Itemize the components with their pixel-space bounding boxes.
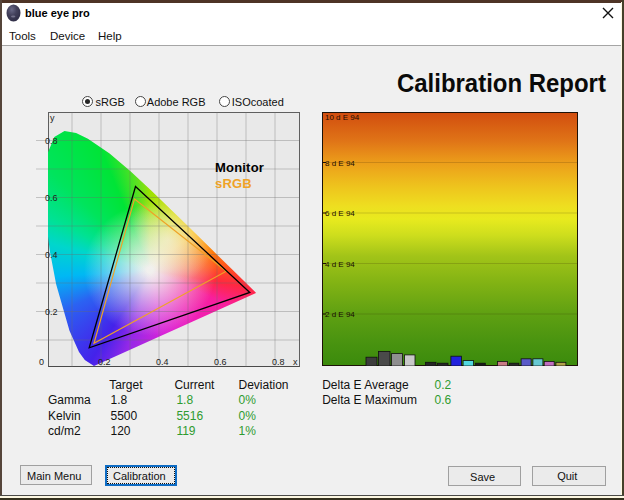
svg-text:0: 0 bbox=[39, 357, 44, 367]
svg-text:0.2: 0.2 bbox=[45, 307, 58, 317]
svg-text:0.6: 0.6 bbox=[214, 357, 227, 367]
svg-text:y: y bbox=[50, 113, 55, 123]
svg-text:sRGB: sRGB bbox=[215, 176, 252, 191]
svg-text:0.4: 0.4 bbox=[45, 250, 58, 260]
svg-text:Monitor: Monitor bbox=[215, 160, 264, 175]
svg-text:0.8: 0.8 bbox=[45, 136, 58, 146]
svg-text:0.8: 0.8 bbox=[272, 357, 285, 367]
svg-text:0.2: 0.2 bbox=[98, 357, 111, 367]
svg-text:0.4: 0.4 bbox=[156, 357, 169, 367]
svg-text:0.6: 0.6 bbox=[45, 193, 58, 203]
svg-text:x: x bbox=[293, 357, 298, 367]
svg-text:10 d E 94: 10 d E 94 bbox=[325, 113, 360, 122]
